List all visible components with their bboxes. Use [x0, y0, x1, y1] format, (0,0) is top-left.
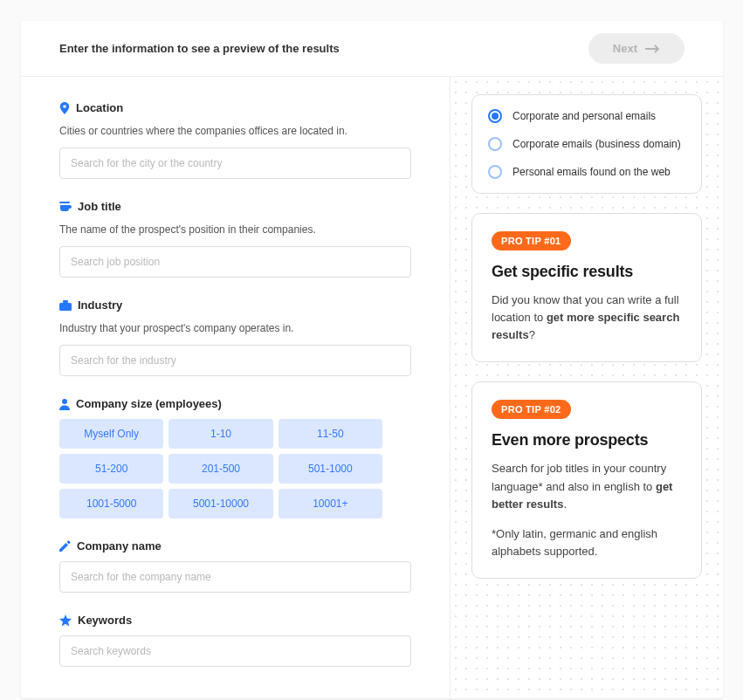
job-title-section: Job title The name of the prospect's pos… [59, 200, 411, 278]
company-size-heading: Company size (employees) [59, 397, 411, 410]
email-filter-option[interactable]: Personal emails found on the web [488, 165, 685, 179]
company-name-section: Company name [59, 539, 411, 593]
header: Enter the information to see a preview o… [21, 21, 723, 77]
email-filter-option[interactable]: Corporate and personal emails [488, 109, 685, 123]
job-title-heading: Job title [59, 200, 411, 213]
company-name-label: Company name [77, 539, 162, 552]
keywords-section: Keywords [59, 614, 411, 667]
svg-point-4 [62, 399, 67, 404]
form-card: Enter the information to see a preview o… [21, 21, 723, 698]
map-pin-icon [59, 102, 70, 114]
location-desc: Cities or countries where the companies … [59, 123, 411, 139]
radio-checked-icon [488, 109, 502, 123]
radio-unchecked-icon [488, 137, 502, 151]
star-icon [59, 614, 72, 627]
company-size-section: Company size (employees) Myself Only 1-1… [59, 397, 411, 518]
next-button-label: Next [613, 42, 637, 55]
keywords-label: Keywords [78, 614, 132, 627]
next-button[interactable]: Next [588, 33, 685, 64]
svg-rect-3 [63, 300, 68, 303]
industry-label: Industry [78, 299, 122, 312]
industry-desc: Industry that your prospect's company op… [59, 320, 411, 336]
coffee-icon [59, 202, 72, 212]
location-label: Location [76, 101, 123, 114]
email-filter-option[interactable]: Corporate emails (business domain) [488, 137, 685, 151]
size-chip[interactable]: 5001-10000 [169, 489, 272, 518]
pro-tip-card: PRO TIP #01 Get specific results Did you… [471, 213, 702, 362]
email-filter-label: Personal emails found on the web [513, 166, 671, 178]
location-section: Location Cities or countries where the c… [59, 101, 411, 179]
location-input[interactable] [59, 148, 411, 179]
radio-unchecked-icon [488, 165, 502, 179]
company-size-grid: Myself Only 1-10 11-50 51-200 201-500 50… [59, 419, 382, 518]
company-name-input[interactable] [59, 561, 411, 593]
keywords-heading: Keywords [59, 614, 411, 627]
size-chip[interactable]: 10001+ [279, 489, 382, 518]
job-title-desc: The name of the prospect's position in t… [59, 222, 411, 237]
email-filter-label: Corporate and personal emails [513, 110, 656, 122]
tip-note: *Only latin, germanic and english alphab… [492, 525, 682, 560]
svg-rect-2 [59, 303, 72, 311]
page-title: Enter the information to see a preview o… [59, 42, 340, 55]
company-size-label: Company size (employees) [76, 397, 222, 410]
job-title-input[interactable] [59, 246, 411, 278]
pro-tip-card: PRO TIP #02 Even more prospects Search f… [471, 381, 702, 579]
industry-heading: Industry [59, 299, 411, 312]
email-filter-card: Corporate and personal emails Corporate … [471, 94, 702, 194]
size-chip[interactable]: 501-1000 [279, 454, 382, 484]
email-filter-label: Corporate emails (business domain) [513, 138, 681, 150]
svg-rect-1 [59, 202, 70, 203]
body: Location Cities or countries where the c… [21, 77, 723, 698]
briefcase-icon [59, 300, 72, 311]
tip-badge: PRO TIP #01 [492, 231, 571, 250]
size-chip[interactable]: 1001-5000 [59, 489, 163, 518]
form-panel: Location Cities or countries where the c… [21, 77, 450, 698]
size-chip[interactable]: 11-50 [279, 419, 382, 449]
industry-input[interactable] [59, 345, 411, 376]
pencil-icon [59, 540, 71, 552]
location-heading: Location [59, 101, 411, 114]
size-chip[interactable]: 51-200 [59, 454, 163, 484]
tip-body: Did you know that you can write a full l… [492, 292, 682, 344]
job-title-label: Job title [78, 200, 121, 213]
size-chip[interactable]: Myself Only [59, 419, 163, 449]
company-name-heading: Company name [59, 539, 411, 552]
tip-title: Even more prospects [492, 431, 682, 450]
person-icon [59, 398, 70, 410]
sidebar-panel: Corporate and personal emails Corporate … [450, 77, 723, 698]
tip-title: Get specific results [492, 263, 682, 281]
arrow-right-icon [644, 45, 660, 53]
keywords-input[interactable] [59, 635, 411, 667]
size-chip[interactable]: 201-500 [169, 454, 272, 484]
tip-body: Search for job titles in your country la… [492, 460, 682, 512]
size-chip[interactable]: 1-10 [169, 419, 272, 449]
industry-section: Industry Industry that your prospect's c… [59, 299, 411, 376]
tip-badge: PRO TIP #02 [492, 400, 571, 419]
